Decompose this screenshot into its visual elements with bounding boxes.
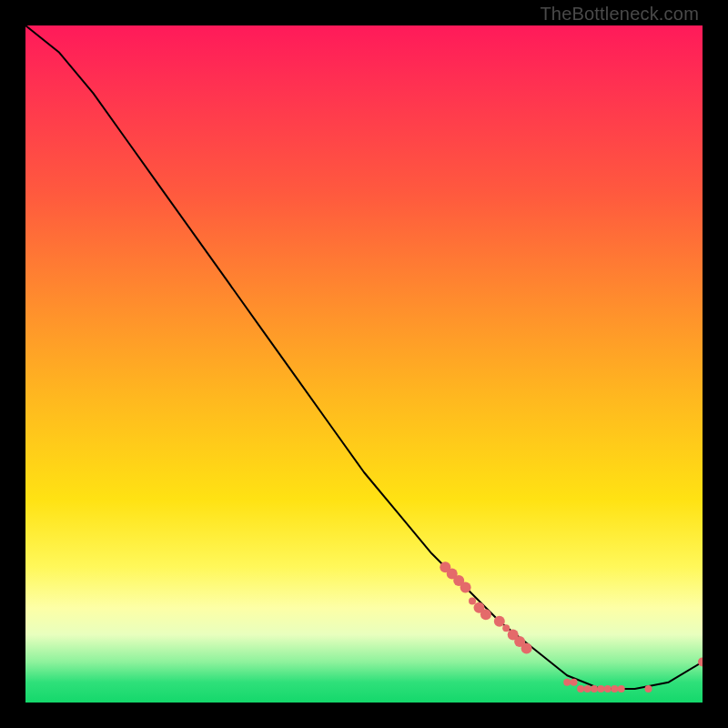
marker-dot — [611, 685, 618, 693]
plot-area — [25, 25, 703, 703]
marker-dot — [480, 609, 491, 620]
marker-dot — [563, 679, 571, 686]
marker-dot — [469, 597, 476, 604]
chart-overlay-svg — [25, 25, 703, 703]
marker-dot — [597, 685, 604, 693]
watermark-text: TheBottleneck.com — [540, 4, 699, 25]
marker-dot — [618, 685, 625, 693]
curve-layer — [25, 25, 703, 689]
marker-dot — [571, 679, 578, 686]
marker-dot — [494, 616, 505, 627]
marker-dot — [502, 624, 510, 632]
marker-dot — [591, 685, 598, 693]
marker-dot — [604, 685, 612, 693]
chart-stage: TheBottleneck.com — [0, 0, 728, 728]
marker-dot — [460, 582, 471, 593]
marker-dot — [584, 685, 592, 693]
markers-layer — [440, 561, 703, 693]
marker-dot — [645, 685, 652, 693]
marker-dot — [521, 643, 532, 654]
marker-dot — [577, 685, 584, 693]
bottleneck-curve-path — [25, 25, 703, 689]
